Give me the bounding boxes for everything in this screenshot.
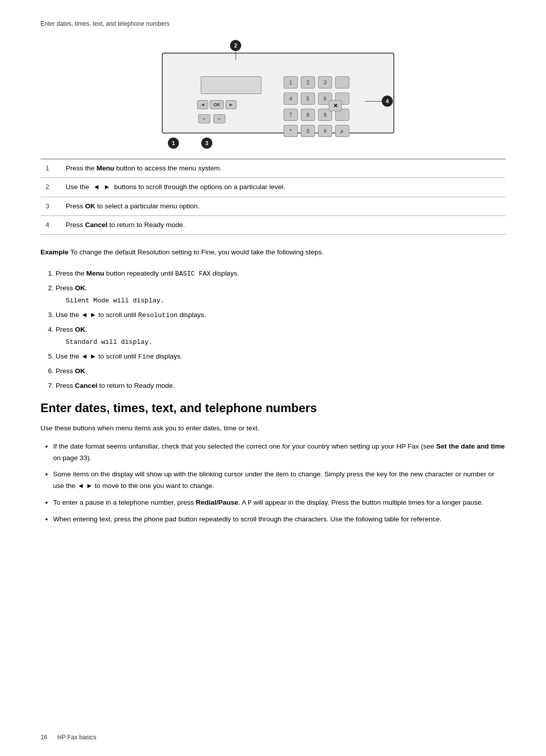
table-row: 3 Press OK to select a particular menu o… xyxy=(40,197,506,215)
row-1-number: 1 xyxy=(40,159,61,178)
key-5: 5 xyxy=(301,93,315,105)
row-2-text: Use the ◄ ► buttons to scroll through th… xyxy=(61,178,506,197)
bullet-2: Some items on the display will show up w… xyxy=(53,469,506,492)
callout-2-line xyxy=(236,51,236,60)
callout-4: 4 xyxy=(382,96,393,107)
row-1-text: Press the Menu button to access the menu… xyxy=(61,159,506,178)
section-heading: Enter dates, times, text, and telephone … xyxy=(40,400,506,416)
row-4-number: 4 xyxy=(40,215,61,234)
page-number: 16 xyxy=(40,734,47,741)
key-blank-1 xyxy=(335,76,349,88)
bullet-list: If the date format seems unfamiliar, che… xyxy=(53,441,506,526)
back-button: ↩ xyxy=(213,114,225,123)
step-2-sub: Silent Mode will display. xyxy=(66,295,506,306)
device-diagram: ◄ OK ► ≡ ↩ 1 2 3 4 5 6 xyxy=(40,37,506,154)
key-speaker: 🔊 xyxy=(335,125,349,137)
row-3-number: 3 xyxy=(40,197,61,215)
intro-paragraph: Use these buttons when menu items ask yo… xyxy=(40,423,506,434)
diagram-inner: ◄ OK ► ≡ ↩ 1 2 3 4 5 6 xyxy=(131,37,415,154)
table-row: 2 Use the ◄ ► buttons to scroll through … xyxy=(40,178,506,197)
right-arrow-button: ► xyxy=(225,100,237,109)
steps-list: Press the Menu button repeatedly until B… xyxy=(56,268,506,392)
callout-3: 3 xyxy=(201,138,212,149)
key-hash: # xyxy=(318,125,332,137)
nav-buttons: ◄ OK ► xyxy=(197,100,237,109)
example-text: To change the default Resolution setting… xyxy=(69,248,324,256)
table-row: 4 Press Cancel to return to Ready mode. xyxy=(40,215,506,234)
example-section: Example To change the default Resolution… xyxy=(40,247,506,258)
menu-button: ≡ xyxy=(198,114,210,123)
step-4: Press OK. Standard will display. xyxy=(56,324,506,348)
bullet-1: If the date format seems unfamiliar, che… xyxy=(53,441,506,464)
step-5: Use the ◄ ► to scroll until Fine display… xyxy=(56,351,506,363)
step-2: Press OK. Silent Mode will display. xyxy=(56,283,506,306)
example-intro: Example To change the default Resolution… xyxy=(40,247,506,258)
page-footer: 16 HP Fax basics xyxy=(40,734,506,741)
step-4-sub: Standard will display. xyxy=(66,337,506,348)
key-2: 2 xyxy=(301,76,315,88)
footer-text: HP Fax basics xyxy=(57,734,96,741)
device-display xyxy=(201,76,261,94)
key-star: * xyxy=(284,125,298,137)
key-0: 0 xyxy=(301,125,315,137)
table-row: 1 Press the Menu button to access the me… xyxy=(40,159,506,178)
step-1: Press the Menu button repeatedly until B… xyxy=(56,268,506,280)
bullet-4: When entering text, press the phone pad … xyxy=(53,514,506,525)
key-7: 7 xyxy=(284,109,298,121)
example-label: Example xyxy=(40,248,69,256)
key-4: 4 xyxy=(284,93,298,105)
reference-table: 1 Press the Menu button to access the me… xyxy=(40,159,506,235)
callout-1: 1 xyxy=(168,138,179,149)
step-6: Press OK. xyxy=(56,366,506,377)
step-3: Use the ◄ ► to scroll until Resolution d… xyxy=(56,309,506,321)
key-1: 1 xyxy=(284,76,298,88)
bullet-3: To enter a pause in a telephone number, … xyxy=(53,497,506,509)
cancel-x-button: ✕ xyxy=(329,100,342,111)
key-8: 8 xyxy=(301,109,315,121)
key-3: 3 xyxy=(318,76,332,88)
small-buttons: ≡ ↩ xyxy=(198,114,225,123)
step-7: Press Cancel to return to Ready mode. xyxy=(56,380,506,392)
left-arrow-button: ◄ xyxy=(197,100,208,109)
callout-4-line xyxy=(365,101,382,102)
row-3-text: Press OK to select a particular menu opt… xyxy=(61,197,506,215)
row-4-text: Press Cancel to return to Ready mode. xyxy=(61,215,506,234)
callout-2: 2 xyxy=(230,40,241,51)
row-2-number: 2 xyxy=(40,178,61,197)
breadcrumb: Enter dates, times, text, and telephone … xyxy=(40,20,506,27)
ok-button: OK xyxy=(210,100,224,109)
device-body: ◄ OK ► ≡ ↩ 1 2 3 4 5 6 xyxy=(162,53,394,134)
